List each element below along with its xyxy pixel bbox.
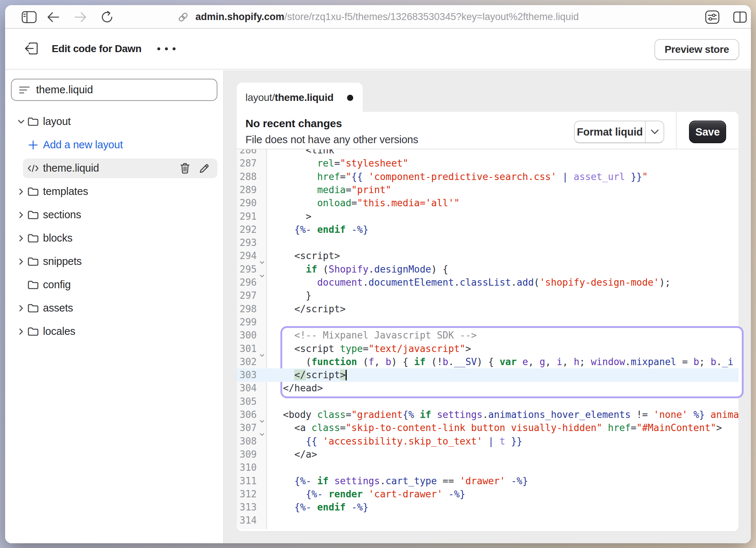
browser-toolbar: admin.shopify.com/store/rzq1xu-f5/themes… <box>5 5 751 29</box>
address-bar[interactable]: admin.shopify.com/store/rzq1xu-f5/themes… <box>5 5 751 29</box>
sidebar-item-locales[interactable]: locales <box>5 322 223 341</box>
chevron-right-icon[interactable] <box>16 298 26 318</box>
code-line-308[interactable]: 308 {{ 'accessibility.skip_to_text' | t … <box>237 435 739 448</box>
code-line-296[interactable]: 296 document.documentElement.classList.a… <box>237 276 739 289</box>
code-line-292[interactable]: 292 {%- endif -%} <box>237 223 739 236</box>
fold-chevron-icon[interactable] <box>260 255 264 260</box>
text-cursor <box>346 370 347 380</box>
editor-panel-header: No recent changes File does not have any… <box>237 112 739 149</box>
line-number: 314 <box>237 514 257 527</box>
sidebar-item-config[interactable]: config <box>5 275 223 294</box>
fold-chevron-icon[interactable] <box>260 269 264 273</box>
sidebar-item-layout[interactable]: layout <box>5 112 223 131</box>
code-line-297[interactable]: 297 } <box>237 289 739 302</box>
code-line-288[interactable]: 288 href="{{ 'component-predictive-searc… <box>237 170 739 183</box>
chevron-right-icon[interactable] <box>16 228 26 248</box>
line-number: 299 <box>237 316 257 329</box>
fold-chevron-icon[interactable] <box>260 348 264 353</box>
chevron-down-icon[interactable] <box>16 112 26 131</box>
ellipsis-icon[interactable] <box>157 29 176 69</box>
code-icon <box>27 158 39 178</box>
code-editor[interactable]: 286 <link287 rel="stylesheet"288 href="{… <box>237 149 739 529</box>
split-view-icon[interactable] <box>731 5 749 29</box>
code-line-289[interactable]: 289 media="print" <box>237 183 739 196</box>
folder-icon <box>27 275 39 294</box>
chevron-right-icon[interactable] <box>16 322 26 341</box>
save-button[interactable]: Save <box>689 121 726 143</box>
code-line-286[interactable]: 286 <link <box>237 149 739 157</box>
code-text: </head> <box>283 381 323 395</box>
code-line-304[interactable]: 304</head> <box>237 381 739 395</box>
chevron-right-icon[interactable] <box>16 252 26 271</box>
item-label: templates <box>43 182 88 201</box>
file-search-input[interactable]: theme.liquid <box>11 79 217 101</box>
item-label: snippets <box>43 252 82 271</box>
sidebar-item-blocks[interactable]: blocks <box>5 228 223 248</box>
exit-icon[interactable] <box>22 39 41 58</box>
preview-store-button[interactable]: Preview store <box>654 39 739 60</box>
tab-theme-liquid[interactable]: layout/theme.liquid <box>237 83 363 113</box>
code-text: media="print" <box>283 183 391 196</box>
code-line-303[interactable]: 303 </script> <box>237 368 739 381</box>
code-line-313[interactable]: 313 {%- endif -%} <box>237 501 739 514</box>
chevron-down-icon[interactable] <box>645 121 664 142</box>
line-number: 289 <box>237 183 257 196</box>
sidebar-item-theme-liquid[interactable]: theme.liquid <box>5 158 223 178</box>
format-liquid-button[interactable]: Format liquid <box>574 121 664 143</box>
url-text: admin.shopify.com/store/rzq1xu-f5/themes… <box>196 11 579 23</box>
sidebar-item-add-a-new-layout[interactable]: Add a new layout <box>5 135 223 154</box>
sidebar-item-templates[interactable]: templates <box>5 182 223 201</box>
item-label: Add a new layout <box>43 135 123 154</box>
code-line-298[interactable]: 298 </script> <box>237 302 739 316</box>
code-line-310[interactable]: 310 <box>237 461 739 474</box>
changes-title: No recent changes <box>245 117 342 130</box>
filter-icon <box>19 85 30 95</box>
line-number: 304 <box>237 381 257 395</box>
code-line-314[interactable]: 314 <box>237 514 739 527</box>
line-number: 302 <box>237 355 257 368</box>
code-line-301[interactable]: 301 <script type="text/javascript"> <box>237 342 739 355</box>
editor-main: layout/theme.liquid No recent changes Fi… <box>224 70 751 543</box>
line-number: 305 <box>237 395 257 408</box>
folder-icon <box>27 182 39 201</box>
code-line-306[interactable]: 306<body class="gradient{% if settings.a… <box>237 408 739 421</box>
code-line-293[interactable]: 293 <box>237 236 739 249</box>
code-line-315[interactable]: 315 {%- liquid <box>237 527 739 529</box>
code-line-302[interactable]: 302 (function (f, b) { if (!b.__SV) { va… <box>237 355 739 368</box>
code-line-295[interactable]: 295 if (Shopify.designMode) { <box>237 263 739 276</box>
code-line-299[interactable]: 299 <box>237 316 739 329</box>
sidebar-item-snippets[interactable]: snippets <box>5 252 223 271</box>
line-number: 311 <box>237 474 257 488</box>
code-text: {%- render 'cart-drawer' -%} <box>283 488 465 501</box>
sidebar-item-sections[interactable]: sections <box>5 205 223 224</box>
editor-panel: No recent changes File does not have any… <box>237 112 739 531</box>
line-number: 288 <box>237 170 257 183</box>
chevron-right-icon[interactable] <box>16 205 26 224</box>
code-text: {%- endif -%} <box>283 501 369 514</box>
code-line-287[interactable]: 287 rel="stylesheet" <box>237 157 739 170</box>
fold-chevron-icon[interactable] <box>260 427 264 432</box>
fold-chevron-icon[interactable] <box>260 414 264 419</box>
item-label: layout <box>43 112 71 131</box>
sidebar-item-assets[interactable]: assets <box>5 298 223 318</box>
chevron-right-icon[interactable] <box>16 182 26 201</box>
pencil-icon[interactable] <box>199 163 209 173</box>
code-text: onload="this.media='all'" <box>283 196 460 210</box>
code-line-305[interactable]: 305 <box>237 395 739 408</box>
code-line-307[interactable]: 307 <a class="skip-to-content-link butto… <box>237 421 739 434</box>
trash-icon[interactable] <box>180 163 190 174</box>
code-line-311[interactable]: 311 {%- if settings.cart_type == 'drawer… <box>237 474 739 488</box>
code-line-300[interactable]: 300 <!-- Mixpanel Javascript SDK --> <box>237 329 739 342</box>
code-line-312[interactable]: 312 {%- render 'cart-drawer' -%} <box>237 488 739 501</box>
line-number: 309 <box>237 448 257 461</box>
code-line-309[interactable]: 309 </a> <box>237 448 739 461</box>
url-path: /store/rzq1xu-f5/themes/132683530345?key… <box>284 11 579 22</box>
code-line-294[interactable]: 294 <script> <box>237 249 739 262</box>
code-line-291[interactable]: 291 > <box>237 210 739 223</box>
code-line-290[interactable]: 290 onload="this.media='all'" <box>237 196 739 210</box>
folder-icon <box>27 322 39 341</box>
page-settings-icon[interactable] <box>703 5 722 29</box>
line-number: 287 <box>237 157 257 170</box>
line-number: 293 <box>237 236 257 249</box>
folder-icon <box>27 228 39 248</box>
